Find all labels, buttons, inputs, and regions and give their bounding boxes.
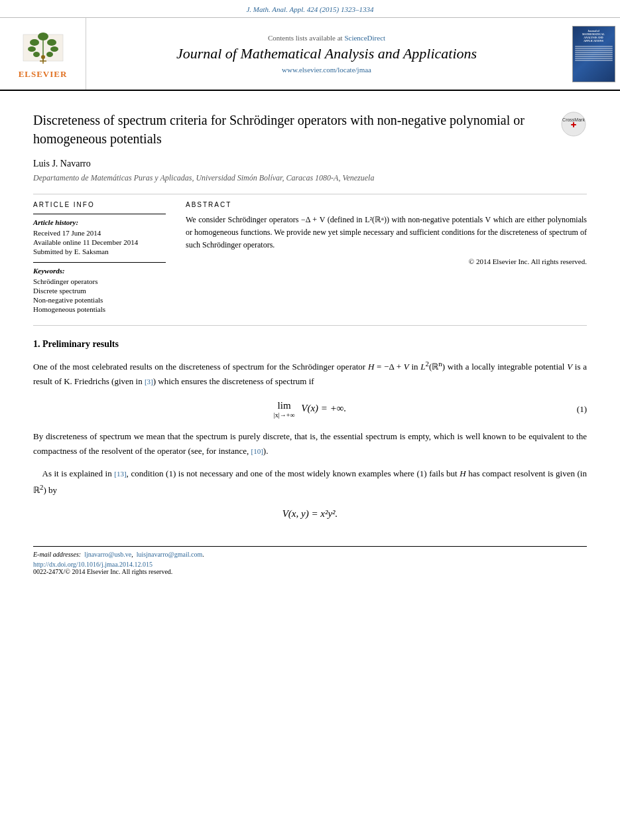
article-info-section-label: ARTICLE INFO [33,201,166,208]
paper-title-area: Discreteness of spectrum criteria for Sc… [33,111,587,148]
svg-point-4 [47,39,56,46]
section-1-para-2: By discreteness of spectrum we mean that… [33,429,587,458]
crossmark-badge-icon[interactable]: CrossMark [560,111,587,137]
footnote-area: E-mail addresses: ljnavarro@usb.ve, luis… [33,546,587,575]
available-date: Available online 11 December 2014 [33,238,166,246]
equation-1-number: (1) [577,404,587,415]
journal-title: Journal of Mathematical Analysis and App… [176,44,477,64]
keyword-3: Non-negative potentials [33,296,166,304]
journal-cover-thumbnail: Journal ofMATHEMATICALANALYSIS ANDAPPLIC… [567,18,620,90]
copyright-line: © 2014 Elsevier Inc. All rights reserved… [186,257,587,265]
submitted-by: Submitted by E. Saksman [33,247,166,255]
section-1-para-3: As it is explained in [13], condition (1… [33,466,587,498]
main-content: Discreteness of spectrum criteria for Sc… [0,91,620,595]
page: J. Math. Anal. Appl. 424 (2015) 1323–133… [0,0,620,840]
article-info-abstract-columns: ARTICLE INFO Article history: Received 1… [33,201,587,315]
section-1-heading: 1. Preliminary results [33,339,587,350]
equation-2-block: V(x, y) = x²y². [33,508,587,520]
abstract-text: We consider Schrödinger operators −Δ + V… [186,214,587,252]
issn-line: 0022-247X/© 2014 Elsevier Inc. All right… [33,568,587,575]
svg-point-8 [46,52,53,57]
keyword-2: Discrete spectrum [33,287,166,295]
divider-after-abstract [33,325,587,326]
svg-text:CrossMark: CrossMark [562,117,585,122]
email-label: E-mail addresses: [33,551,81,558]
svg-point-5 [28,46,36,52]
section-1-para-1: One of the most celebrated results on th… [33,358,587,389]
svg-point-6 [50,46,58,52]
svg-rect-15 [573,122,574,127]
cover-image: Journal ofMATHEMATICALANALYSIS ANDAPPLIC… [572,26,615,82]
journal-url[interactable]: www.elsevier.com/locate/jmaa [282,66,371,74]
received-date: Received 17 June 2014 [33,229,166,237]
journal-header: ELSEVIER Contents lists available at Sci… [0,18,620,91]
svg-point-2 [38,33,48,40]
author-affiliation: Departamento de Matemáticas Puras y Apli… [33,173,587,183]
svg-point-3 [30,39,39,46]
abstract-section-label: ABSTRACT [186,201,587,208]
keyword-4: Homogeneous potentials [33,305,166,313]
article-history-label: Article history: [33,218,166,226]
abstract-column: ABSTRACT We consider Schrödinger operato… [186,201,587,315]
sciencedirect-link[interactable]: ScienceDirect [344,34,385,42]
article-history-box: Article history: Received 17 June 2014 A… [33,214,166,255]
email-separator: , [131,551,133,558]
cover-title: Journal ofMATHEMATICALANALYSIS ANDAPPLIC… [582,29,605,43]
email-1-link[interactable]: ljnavarro@usb.ve [84,551,131,558]
equation-2-expr: V(x, y) = x²y². [282,508,338,519]
elsevier-tree-icon [20,28,66,68]
journal-info-area: Contents lists available at ScienceDirec… [86,18,567,90]
article-info-column: ARTICLE INFO Article history: Received 1… [33,201,166,315]
keywords-box: Keywords: Schrödinger operators Discrete… [33,262,166,313]
footnote-emails: E-mail addresses: ljnavarro@usb.ve, luis… [33,551,587,558]
cover-decorative-lines [575,45,613,62]
elsevier-brand-text: ELSEVIER [19,69,68,80]
doi-line[interactable]: http://dx.doi.org/10.1016/j.jmaa.2014.12… [33,561,587,568]
svg-point-9 [41,55,45,59]
keywords-label: Keywords: [33,267,166,275]
author-name: Luis J. Navarro [33,159,587,169]
keyword-1: Schrödinger operators [33,277,166,285]
email-2-link[interactable]: luisjnavarro@gmail.com [137,551,202,558]
divider-after-affiliation [33,194,587,194]
equation-2-content: V(x, y) = x²y². [282,508,338,520]
equation-1-block: lim |x|→+∞ V(x) = +∞. (1) [33,400,587,419]
paper-title: Discreteness of spectrum criteria for Sc… [33,111,547,148]
equation-1-expr: V(x) = +∞. [301,403,346,413]
elsevier-logo-area: ELSEVIER [0,18,86,90]
equation-1-content: lim |x|→+∞ V(x) = +∞. [274,400,347,419]
svg-point-7 [33,52,40,57]
journal-ref-text: J. Math. Anal. Appl. 424 (2015) 1323–133… [246,5,373,13]
equation-1-lim: lim |x|→+∞ [274,400,295,419]
journal-reference: J. Math. Anal. Appl. 424 (2015) 1323–133… [0,0,620,18]
sciencedirect-line: Contents lists available at ScienceDirec… [268,34,385,42]
